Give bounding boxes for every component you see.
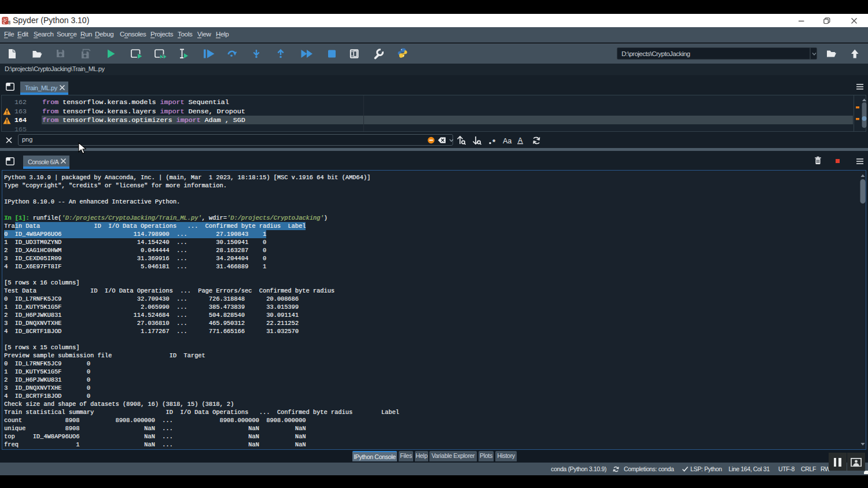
svg-text:A: A (518, 136, 523, 145)
svg-text:D:\projects\CryptoJacking: D:\projects\CryptoJacking (621, 50, 690, 57)
svg-text:*: * (492, 138, 496, 146)
svg-text:Aa: Aa (503, 137, 512, 145)
svg-text:s: s (8, 19, 10, 25)
